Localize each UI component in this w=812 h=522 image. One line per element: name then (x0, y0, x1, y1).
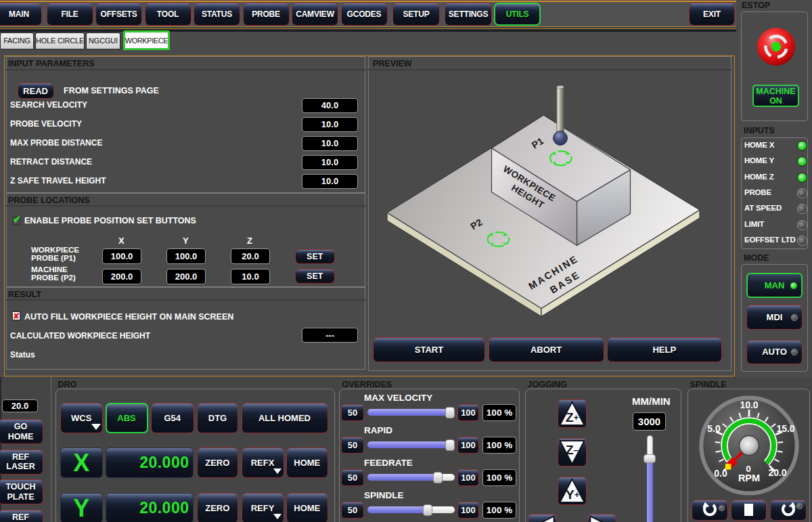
svg-text:RPM: RPM (738, 473, 760, 483)
svg-text:5.0: 5.0 (707, 423, 721, 434)
svg-text:20.0: 20.0 (768, 466, 786, 477)
svg-text:Y+: Y+ (566, 487, 580, 502)
svg-text:Z+: Z+ (566, 410, 579, 425)
svg-text:Z–: Z– (566, 443, 579, 457)
svg-text:15.0: 15.0 (776, 423, 794, 434)
svg-text:10.0: 10.0 (740, 399, 758, 410)
